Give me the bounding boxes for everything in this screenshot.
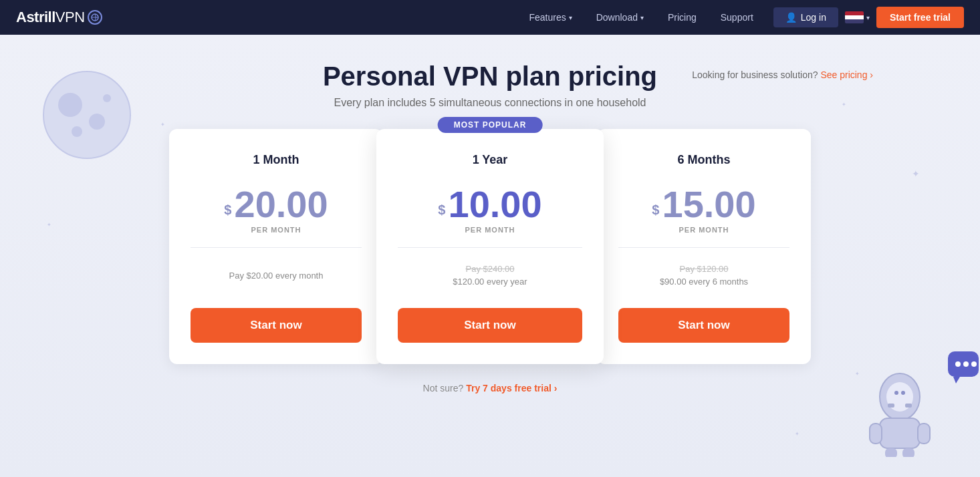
plan-name: 1 Month	[191, 153, 362, 167]
business-solution-link: Looking for business solution? See prici…	[692, 69, 873, 80]
currency-symbol: $	[224, 202, 231, 218]
page-subtitle: Every plan includes 5 simultaneous conne…	[13, 97, 967, 109]
main-content: ✦ ✦ ✦ ✦ ✦ ✦ ✦ Looking	[0, 35, 980, 477]
plan-card-6months: 6 Months $ 15.00 PER MONTH Pay $120.00 $…	[597, 129, 811, 364]
currency-symbol: $	[438, 202, 445, 218]
billing-strikethrough: Pay $240.00	[465, 264, 514, 274]
start-free-trial-button[interactable]: Start free trial	[876, 7, 964, 28]
billing-info: Pay $20.00 every month	[191, 259, 362, 292]
nav-support[interactable]: Support	[711, 8, 763, 27]
billing-info: Pay $240.00 $120.00 every year	[398, 259, 582, 292]
logo-icon	[88, 10, 102, 25]
svg-rect-17	[905, 404, 912, 408]
star-deco: ✦	[160, 122, 165, 128]
billing-text: $90.00 every 6 months	[660, 277, 748, 287]
most-popular-badge: MOST POPULAR	[438, 117, 543, 133]
user-icon: 👤	[785, 12, 797, 23]
svg-rect-14	[885, 448, 897, 457]
login-button[interactable]: 👤 Log in	[773, 7, 838, 27]
plan-price: 15.00	[662, 186, 755, 223]
svg-rect-12	[870, 424, 882, 444]
currency-symbol: $	[652, 202, 659, 218]
flag-icon	[845, 11, 864, 23]
billing-text: Pay $20.00 every month	[229, 271, 324, 281]
plan-price-row: $ 15.00	[618, 186, 789, 223]
plan-divider	[618, 247, 789, 248]
plan-price-row: $ 10.00	[398, 186, 582, 223]
chevron-down-icon: ▾	[569, 14, 572, 21]
plan-name: 1 Year	[398, 153, 582, 167]
chevron-down-icon: ▾	[866, 14, 870, 21]
nav-links: Features ▾ Download ▾ Pricing Support	[519, 8, 762, 27]
plan-divider	[398, 247, 582, 248]
svg-rect-11	[880, 418, 920, 448]
svg-rect-13	[918, 424, 930, 444]
billing-strikethrough: Pay $120.00	[679, 264, 728, 274]
page-heading: Personal VPN plan pricing Every plan inc…	[13, 61, 967, 109]
billing-info: Pay $120.00 $90.00 every 6 months	[618, 259, 789, 292]
star-deco: ✦	[795, 431, 800, 437]
start-now-button-1month[interactable]: Start now	[191, 308, 362, 343]
plan-price: 10.00	[448, 186, 541, 223]
svg-point-7	[880, 373, 920, 420]
see-pricing-link[interactable]: See pricing ›	[820, 69, 873, 80]
start-now-button-6months[interactable]: Start now	[618, 308, 789, 343]
nav-pricing[interactable]: Pricing	[658, 8, 706, 27]
logo-text: AstrillVPN	[16, 9, 85, 26]
free-trial-link[interactable]: Try 7 days free trial ›	[466, 383, 557, 393]
per-month-label: PER MONTH	[398, 226, 582, 234]
svg-rect-15	[902, 448, 914, 457]
bottom-text: Not sure? Try 7 days free trial ›	[13, 383, 967, 393]
svg-point-22	[971, 361, 977, 367]
plan-card-1year: MOST POPULAR 1 Year $ 10.00 PER MONTH Pa…	[376, 129, 604, 364]
per-month-label: PER MONTH	[618, 226, 789, 234]
svg-rect-16	[888, 404, 894, 408]
language-selector[interactable]: ▾	[845, 11, 870, 23]
svg-point-4	[89, 114, 105, 130]
plan-name: 6 Months	[618, 153, 789, 167]
navigation: AstrillVPN Features ▾ Download ▾ Pricing…	[0, 0, 980, 35]
per-month-label: PER MONTH	[191, 226, 362, 234]
nav-features[interactable]: Features ▾	[519, 8, 581, 27]
pricing-cards: 1 Month $ 20.00 PER MONTH Pay $20.00 eve…	[13, 129, 967, 364]
astronaut-decoration	[860, 363, 940, 457]
nav-download[interactable]: Download ▾	[587, 8, 653, 27]
logo[interactable]: AstrillVPN	[16, 9, 102, 26]
plan-price: 20.00	[234, 186, 328, 223]
star-deco: ✦	[855, 371, 860, 377]
plan-card-1month: 1 Month $ 20.00 PER MONTH Pay $20.00 eve…	[169, 129, 383, 364]
plan-divider	[191, 247, 362, 248]
start-now-button-1year[interactable]: Start now	[398, 308, 582, 343]
billing-text: $120.00 every year	[453, 277, 527, 287]
chevron-down-icon: ▾	[640, 14, 644, 21]
plan-price-row: $ 20.00	[191, 186, 362, 223]
